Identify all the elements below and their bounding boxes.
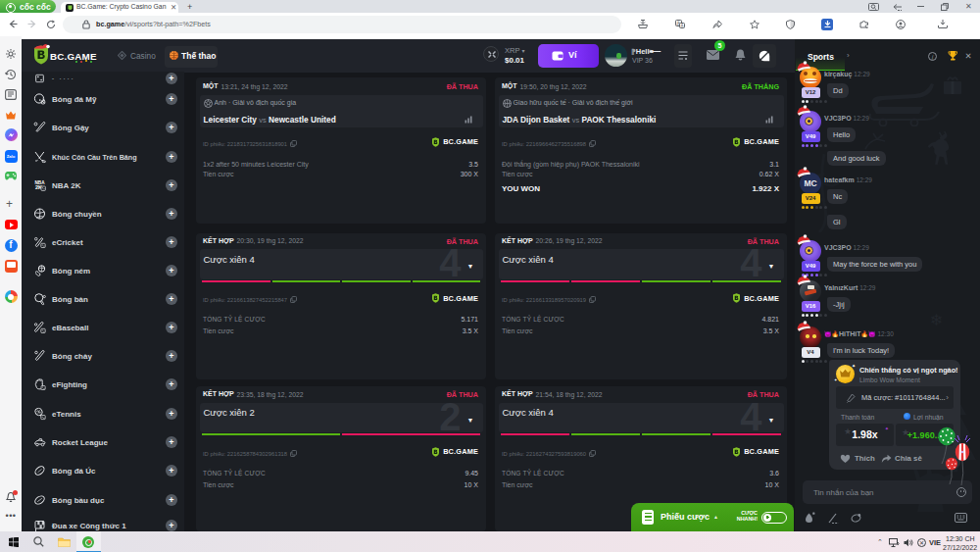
svg-text:A: A [680,24,683,28]
